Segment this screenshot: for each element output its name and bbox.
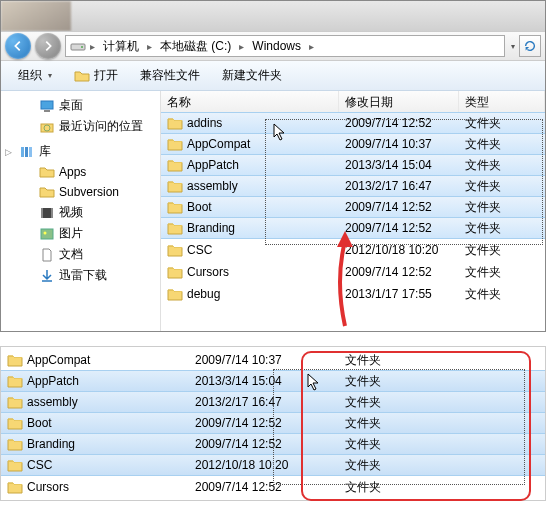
svg-rect-2	[41, 101, 53, 109]
compat-label: 兼容性文件	[140, 67, 200, 84]
table-row[interactable]: AppPatch2013/3/14 15:04文件夹	[1, 370, 545, 392]
open-button[interactable]: 打开	[65, 63, 127, 88]
newfolder-label: 新建文件夹	[222, 67, 282, 84]
folder-icon	[39, 164, 55, 180]
folder-icon	[39, 184, 55, 200]
cell-type: 文件夹	[459, 262, 545, 283]
cell-type: 文件夹	[339, 392, 545, 413]
aero-blur	[1, 1, 71, 31]
open-label: 打开	[94, 67, 118, 84]
cell-name: AppCompat	[1, 351, 189, 369]
cell-date: 2009/7/14 12:52	[189, 414, 339, 432]
history-dropdown[interactable]: ▾	[511, 42, 515, 51]
chevron-right-icon: ▸	[237, 41, 246, 52]
expand-icon[interactable]: ▷	[5, 147, 12, 157]
table-row[interactable]: Branding2009/7/14 12:52文件夹	[161, 217, 545, 239]
drive-icon	[70, 38, 86, 54]
table-row[interactable]: AppPatch2013/3/14 15:04文件夹	[161, 154, 545, 176]
folder-icon	[167, 265, 183, 279]
chevron-right-icon: ▸	[145, 41, 154, 52]
table-row[interactable]: Cursors2009/7/14 12:52文件夹	[161, 261, 545, 283]
col-date[interactable]: 修改日期	[339, 91, 459, 112]
cell-name: assembly	[1, 393, 189, 411]
chevron-right-icon: ▸	[307, 41, 316, 52]
sidebar-documents[interactable]: 文档	[1, 244, 160, 265]
cell-type: 文件夹	[459, 240, 545, 261]
col-type[interactable]: 类型	[459, 91, 545, 112]
folder-icon	[167, 221, 183, 235]
sidebar-recent[interactable]: 最近访问的位置	[1, 116, 160, 137]
document-icon	[39, 247, 55, 263]
cell-date: 2009/7/14 12:52	[339, 114, 459, 132]
cell-name: Boot	[1, 414, 189, 432]
titlebar	[1, 1, 545, 31]
folder-icon	[7, 374, 23, 388]
refresh-button[interactable]	[519, 35, 541, 57]
svg-point-1	[81, 46, 83, 48]
compat-button[interactable]: 兼容性文件	[131, 63, 209, 88]
table-row[interactable]: Boot2009/7/14 12:52文件夹	[1, 412, 545, 434]
folder-icon	[7, 458, 23, 472]
breadcrumb[interactable]: ▸ 计算机 ▸ 本地磁盘 (C:) ▸ Windows ▸	[65, 35, 505, 57]
sidebar-xunlei[interactable]: 迅雷下载	[1, 265, 160, 286]
forward-button[interactable]	[35, 33, 61, 59]
table-row[interactable]: assembly2013/2/17 16:47文件夹	[161, 175, 545, 197]
column-headers: 名称 修改日期 类型	[161, 91, 545, 113]
svg-point-13	[44, 231, 47, 234]
table-row[interactable]: CSC2012/10/18 10:20文件夹	[161, 239, 545, 261]
cell-name: AppPatch	[161, 156, 339, 174]
cell-name: Boot	[161, 198, 339, 216]
table-row[interactable]: Cursors2009/7/14 12:52文件夹	[1, 476, 545, 498]
content-area: 桌面 最近访问的位置 ▷ 库 Apps	[1, 91, 545, 331]
file-rows-2: AppCompat2009/7/14 10:37文件夹AppPatch2013/…	[1, 347, 545, 500]
cell-type: 文件夹	[459, 113, 545, 134]
cell-date: 2009/7/14 12:52	[339, 198, 459, 216]
table-row[interactable]: Boot2009/7/14 12:52文件夹	[161, 196, 545, 218]
table-row[interactable]: AppCompat2009/7/14 10:37文件夹	[161, 133, 545, 155]
file-list[interactable]: 名称 修改日期 类型 addins2009/7/14 12:52文件夹AppCo…	[161, 91, 545, 331]
cell-date: 2013/3/14 15:04	[189, 372, 339, 390]
table-row[interactable]: addins2009/7/14 12:52文件夹	[161, 112, 545, 134]
folder-icon	[7, 416, 23, 430]
organize-button[interactable]: 组织 ▾	[9, 63, 61, 88]
table-row[interactable]: AppCompat2009/7/14 10:37文件夹	[1, 349, 545, 371]
toolbar: 组织 ▾ 打开 兼容性文件 新建文件夹	[1, 61, 545, 91]
table-row[interactable]: Branding2009/7/14 12:52文件夹	[1, 433, 545, 455]
folder-icon	[167, 137, 183, 151]
breadcrumb-drive[interactable]: 本地磁盘 (C:)	[156, 38, 235, 55]
breadcrumb-computer[interactable]: 计算机	[99, 38, 143, 55]
breadcrumb-folder[interactable]: Windows	[248, 39, 305, 53]
sidebar[interactable]: 桌面 最近访问的位置 ▷ 库 Apps	[1, 91, 161, 331]
table-row[interactable]: debug2013/1/17 17:55文件夹	[161, 283, 545, 305]
back-button[interactable]	[5, 33, 31, 59]
sidebar-video[interactable]: 视频	[1, 202, 160, 223]
cell-name: Branding	[1, 435, 189, 453]
newfolder-button[interactable]: 新建文件夹	[213, 63, 291, 88]
table-row[interactable]: CSC2012/10/18 10:20文件夹	[1, 454, 545, 476]
svg-rect-7	[25, 147, 28, 157]
cell-date: 2009/7/14 12:52	[339, 263, 459, 281]
cell-date: 2012/10/18 10:20	[339, 241, 459, 259]
cell-name: addins	[161, 114, 339, 132]
folder-icon	[167, 200, 183, 214]
sidebar-desktop[interactable]: 桌面	[1, 95, 160, 116]
cell-date: 2009/7/14 10:37	[339, 135, 459, 153]
col-name[interactable]: 名称	[161, 91, 339, 112]
library-icon	[19, 144, 35, 160]
cell-name: CSC	[161, 241, 339, 259]
svg-rect-8	[29, 147, 32, 157]
cell-name: Cursors	[1, 478, 189, 496]
svg-rect-11	[51, 208, 53, 218]
refresh-icon	[523, 39, 537, 53]
sidebar-apps[interactable]: Apps	[1, 162, 160, 182]
svg-rect-6	[21, 147, 24, 157]
sidebar-subversion[interactable]: Subversion	[1, 182, 160, 202]
nav-bar: ▸ 计算机 ▸ 本地磁盘 (C:) ▸ Windows ▸ ▾	[1, 31, 545, 61]
folder-icon	[7, 395, 23, 409]
sidebar-libraries[interactable]: ▷ 库	[1, 141, 160, 162]
folder-icon	[7, 480, 23, 494]
cell-type: 文件夹	[459, 197, 545, 218]
table-row[interactable]: assembly2013/2/17 16:47文件夹	[1, 391, 545, 413]
desktop-icon	[39, 98, 55, 114]
sidebar-pictures[interactable]: 图片	[1, 223, 160, 244]
